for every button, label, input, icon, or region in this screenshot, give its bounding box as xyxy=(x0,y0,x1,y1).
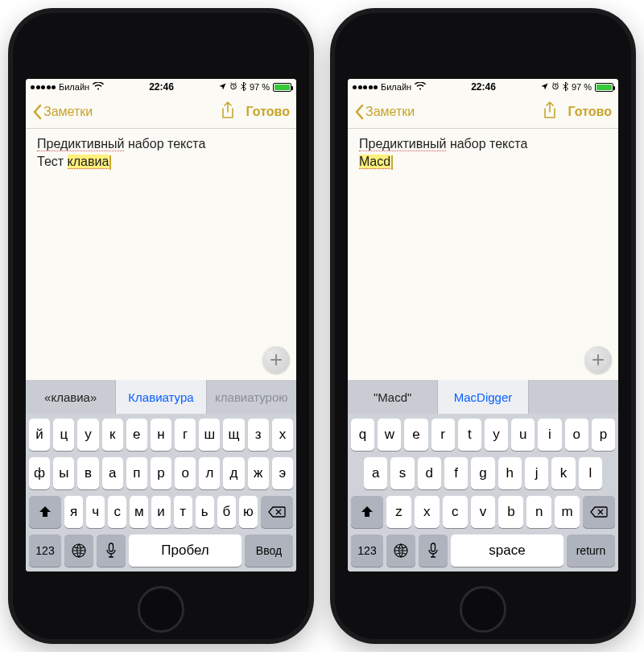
key[interactable]: д xyxy=(223,457,244,489)
numbers-key[interactable]: 123 xyxy=(29,534,61,567)
key[interactable]: т xyxy=(174,496,192,528)
key[interactable]: ж xyxy=(248,457,269,489)
nav-bar: Заметки Готово xyxy=(26,95,296,129)
key[interactable]: и xyxy=(151,496,170,528)
key[interactable]: v xyxy=(471,496,496,528)
key[interactable]: я xyxy=(64,496,83,528)
numbers-key[interactable]: 123 xyxy=(351,534,383,567)
predict-option[interactable]: MacDigger xyxy=(438,380,528,414)
key[interactable]: ы xyxy=(53,457,74,489)
key[interactable]: s xyxy=(390,457,414,489)
share-button[interactable] xyxy=(221,101,235,122)
key[interactable]: i xyxy=(538,419,561,451)
space-key[interactable]: Пробел xyxy=(129,534,242,567)
key[interactable]: o xyxy=(565,419,588,451)
key[interactable]: г xyxy=(175,419,196,451)
back-button[interactable]: Заметки xyxy=(32,104,93,120)
shift-key[interactable] xyxy=(351,496,383,528)
predictive-bar: "Macd" MacDigger xyxy=(348,380,618,414)
key[interactable]: a xyxy=(364,457,387,489)
key[interactable]: d xyxy=(418,457,441,489)
clock: 22:46 xyxy=(149,81,174,93)
key[interactable]: м xyxy=(130,496,148,528)
home-button[interactable] xyxy=(460,586,506,633)
key[interactable]: r xyxy=(431,419,455,451)
key[interactable]: j xyxy=(525,457,548,489)
key[interactable]: а xyxy=(102,457,123,489)
predict-option[interactable]: «клавиа» xyxy=(26,380,116,414)
key[interactable]: n xyxy=(526,496,551,528)
note-editor[interactable]: Предиктивный набор текста Macd xyxy=(348,129,618,380)
add-attachment-button[interactable] xyxy=(262,346,290,373)
key[interactable]: к xyxy=(102,419,123,451)
note-text-highlight: Macd xyxy=(359,155,390,169)
key[interactable]: l xyxy=(579,457,602,489)
key[interactable]: щ xyxy=(223,419,244,451)
key[interactable]: ц xyxy=(53,419,74,451)
key[interactable]: e xyxy=(404,419,427,451)
key[interactable]: t xyxy=(458,419,481,451)
key[interactable]: c xyxy=(443,496,468,528)
key[interactable]: k xyxy=(551,457,575,489)
key[interactable]: y xyxy=(485,419,508,451)
key[interactable]: g xyxy=(471,457,494,489)
note-text-highlight: клавиа xyxy=(68,155,109,169)
key[interactable]: z xyxy=(386,496,411,528)
keyboard: q w e r t y u i o p a s d f g h xyxy=(348,414,618,572)
key[interactable]: u xyxy=(511,419,535,451)
return-key[interactable]: return xyxy=(567,534,615,567)
key[interactable]: f xyxy=(444,457,468,489)
key[interactable]: w xyxy=(378,419,401,451)
key[interactable]: э xyxy=(272,457,293,489)
done-button[interactable]: Готово xyxy=(246,105,290,119)
backspace-key[interactable] xyxy=(583,496,615,528)
key[interactable]: h xyxy=(498,457,522,489)
key[interactable]: ч xyxy=(86,496,105,528)
key[interactable]: х xyxy=(272,419,293,451)
svg-rect-5 xyxy=(431,543,436,551)
key[interactable]: н xyxy=(151,419,171,451)
key[interactable]: b xyxy=(498,496,523,528)
return-key[interactable]: Ввод xyxy=(245,534,293,567)
key[interactable]: л xyxy=(199,457,220,489)
key[interactable]: й xyxy=(29,419,50,451)
predict-option[interactable]: клавиатурою xyxy=(207,380,296,414)
home-button[interactable] xyxy=(138,586,184,633)
predict-option[interactable]: "Macd" xyxy=(348,380,438,414)
dictation-key[interactable] xyxy=(97,534,126,567)
key[interactable]: ф xyxy=(29,457,50,489)
note-editor[interactable]: Предиктивный набор текста Тест клавиа xyxy=(26,129,296,380)
globe-key[interactable] xyxy=(64,534,93,567)
key[interactable]: в xyxy=(77,457,98,489)
key[interactable]: р xyxy=(151,457,171,489)
predict-option[interactable] xyxy=(529,380,618,414)
key[interactable]: е xyxy=(126,419,147,451)
key[interactable]: у xyxy=(77,419,98,451)
add-attachment-button[interactable] xyxy=(584,346,612,373)
key[interactable]: б xyxy=(217,496,236,528)
mic-icon xyxy=(105,543,117,559)
key[interactable]: ю xyxy=(239,496,258,528)
backspace-key[interactable] xyxy=(261,496,293,528)
key[interactable]: з xyxy=(248,419,269,451)
key[interactable]: с xyxy=(108,496,126,528)
back-button[interactable]: Заметки xyxy=(354,104,415,120)
globe-icon xyxy=(71,543,87,559)
shift-key[interactable] xyxy=(29,496,61,528)
key[interactable]: p xyxy=(592,419,615,451)
key[interactable]: ь xyxy=(196,496,214,528)
dictation-key[interactable] xyxy=(419,534,448,567)
key[interactable]: п xyxy=(126,457,147,489)
key[interactable]: о xyxy=(175,457,196,489)
battery-pct: 97 % xyxy=(250,82,270,92)
key[interactable]: m xyxy=(555,496,580,528)
space-key[interactable]: space xyxy=(451,534,564,567)
alarm-icon xyxy=(229,82,237,92)
key[interactable]: x xyxy=(415,496,440,528)
key[interactable]: q xyxy=(351,419,374,451)
share-button[interactable] xyxy=(543,101,557,122)
globe-key[interactable] xyxy=(386,534,415,567)
predict-option[interactable]: Клавиатура xyxy=(116,380,206,414)
done-button[interactable]: Готово xyxy=(568,105,612,119)
key[interactable]: ш xyxy=(199,419,220,451)
